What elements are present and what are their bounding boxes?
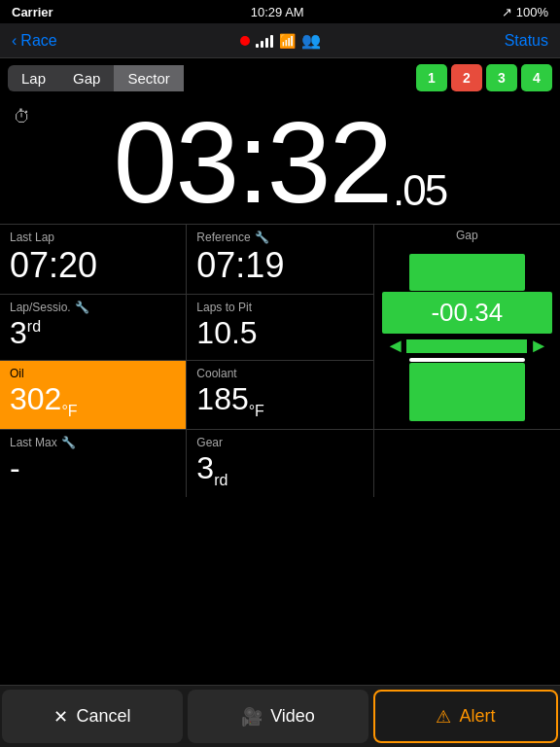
reference-value: 07:19 <box>196 246 363 285</box>
alert-button[interactable]: ⚠ Alert <box>373 690 558 743</box>
tab-row: Lap Gap Sector 1 2 3 4 <box>0 58 560 97</box>
timer-decimal: .05 <box>393 169 446 212</box>
last-max-value: - <box>10 451 176 485</box>
gap-mid-bar <box>406 339 527 353</box>
gap-arrow-right-icon: ► <box>529 335 548 357</box>
data-grid: Last Lap 07:20 Reference 🔧 07:19 Gap -00… <box>0 224 560 497</box>
back-button[interactable]: ‹ Race <box>12 32 57 50</box>
status-bar: Carrier 10:29 AM ↗ 100% <box>0 0 560 23</box>
gap-bar-section: -00.34 ◄ ► <box>382 254 552 421</box>
nav-bar: ‹ Race 📶 👥 Status <box>0 23 560 58</box>
last-lap-label: Last Lap <box>10 231 176 244</box>
lap-session-cell: Lap/Sessio. 🔧 3rd <box>0 295 186 360</box>
wrench-icon-2: 🔧 <box>75 301 89 314</box>
carrier-label: Carrier <box>12 5 53 19</box>
signal-bars <box>256 34 273 48</box>
video-label: Video <box>270 706 315 727</box>
cancel-label: Cancel <box>76 706 130 727</box>
tab-gap[interactable]: Gap <box>59 65 114 91</box>
sector-tab-3[interactable]: 3 <box>486 64 517 91</box>
laps-to-pit-value: 10.5 <box>196 316 363 350</box>
time-label: 10:29 AM <box>251 5 304 19</box>
direction-icon: ↗ <box>502 5 512 19</box>
lap-session-value: 3rd <box>10 316 176 350</box>
status-bar-right: ↗ 100% <box>502 5 548 19</box>
coolant-value: 185°F <box>196 382 363 420</box>
wifi-icon: 📶 <box>279 33 296 49</box>
signal-bar-2 <box>261 41 263 48</box>
timer-section: ⏱ 03:32.05 <box>0 97 560 224</box>
gap-label: Gap <box>456 225 478 244</box>
gap-value-box: -00.34 <box>382 292 552 334</box>
time-display: 10:29 AM <box>251 5 304 19</box>
gear-label: Gear <box>196 436 363 449</box>
cancel-button[interactable]: ✕ Cancel <box>2 690 183 743</box>
gap-cell: Gap -00.34 ◄ ► <box>374 225 560 429</box>
back-label: Race <box>20 32 56 50</box>
tab-lap[interactable]: Lap <box>8 65 59 91</box>
laps-to-pit-label: Laps to Pit <box>196 301 363 314</box>
sector-tab-4[interactable]: 4 <box>521 64 552 91</box>
sector-tab-2[interactable]: 2 <box>451 64 482 91</box>
sector-tabs: 1 2 3 4 <box>416 64 552 91</box>
chevron-left-icon: ‹ <box>12 32 17 50</box>
gap-arrows: ◄ ► <box>382 335 552 357</box>
alert-label: Alert <box>459 706 495 727</box>
laps-to-pit-cell: Laps to Pit 10.5 <box>187 295 372 360</box>
reference-label: Reference 🔧 <box>196 231 363 244</box>
timer-main: 03:32 <box>114 105 391 220</box>
gap-divider <box>409 358 525 362</box>
gap-row4-empty <box>374 430 560 497</box>
signal-bar-1 <box>256 44 259 48</box>
signal-bar-4 <box>270 35 273 48</box>
alert-icon: ⚠ <box>436 706 451 728</box>
timer-display: 03:32.05 <box>0 105 560 220</box>
recording-dot <box>240 36 250 46</box>
gear-value: 3rd <box>196 451 363 489</box>
gap-bottom-rect <box>409 363 525 421</box>
reference-cell: Reference 🔧 07:19 <box>187 225 372 294</box>
video-icon: 🎥 <box>241 706 262 728</box>
tab-sector[interactable]: Sector <box>114 65 183 91</box>
signal-bar-3 <box>265 38 268 48</box>
oil-cell: Oil 302°F <box>0 361 186 429</box>
gap-arrow-left-icon: ◄ <box>386 335 405 357</box>
wrench-icon: 🔧 <box>255 231 269 244</box>
coolant-cell: Coolant 185°F <box>187 361 372 429</box>
gap-visual: -00.34 ◄ ► <box>374 246 560 429</box>
last-max-label: Last Max 🔧 <box>10 436 176 449</box>
video-button[interactable]: 🎥 Video <box>188 690 368 743</box>
gear-cell: Gear 3rd <box>187 430 372 497</box>
last-max-cell: Last Max 🔧 - <box>0 430 186 497</box>
gap-top-rect <box>409 254 525 291</box>
bottom-bar: ✕ Cancel 🎥 Video ⚠ Alert <box>0 685 560 747</box>
cancel-icon: ✕ <box>53 706 68 728</box>
nav-icons: 📶 👥 <box>240 31 321 50</box>
oil-label: Oil <box>10 367 176 380</box>
timer-icon: ⏱ <box>14 107 31 127</box>
last-lap-cell: Last Lap 07:20 <box>0 225 186 294</box>
coolant-label: Coolant <box>196 367 363 380</box>
battery-label: 100% <box>516 5 548 19</box>
lap-session-label: Lap/Sessio. 🔧 <box>10 301 176 314</box>
oil-value: 302°F <box>10 382 176 420</box>
status-button[interactable]: Status <box>505 32 548 50</box>
last-lap-value: 07:20 <box>10 246 176 285</box>
wrench-icon-3: 🔧 <box>61 436 76 449</box>
camera-icon: 👥 <box>301 31 321 50</box>
sector-tab-1[interactable]: 1 <box>416 64 447 91</box>
